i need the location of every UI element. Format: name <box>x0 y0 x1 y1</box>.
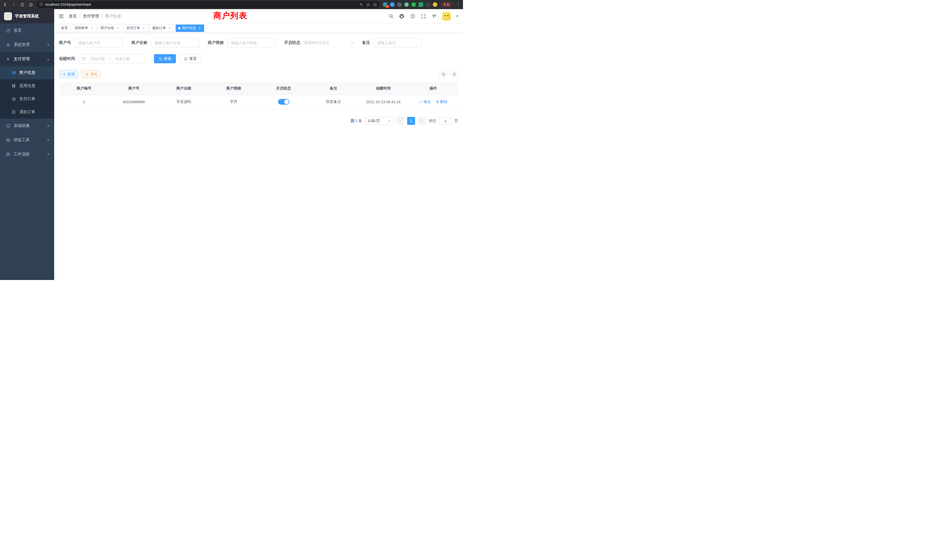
toggle-search-icon[interactable] <box>439 70 447 78</box>
url-text[interactable]: localhost:1024/pay/merchant <box>45 3 357 6</box>
sidebar-item-label: 基础设施 <box>14 123 30 128</box>
browser-update-button[interactable]: 更新 <box>440 2 453 8</box>
sidebar-item-dev-tools[interactable]: 研发工具 ▼ <box>0 133 54 147</box>
fullscreen-icon[interactable] <box>421 14 426 19</box>
page-size-select[interactable]: 10条/页 ▼ <box>365 117 393 125</box>
status-select[interactable]: 请选择开启状态 ▼ <box>304 40 354 45</box>
breadcrumb-payment[interactable]: 支付管理 <box>83 14 99 19</box>
sidebar-item-infrastructure[interactable]: 基础设施 ▼ <box>0 119 54 133</box>
extension-icon-8[interactable] <box>433 2 437 7</box>
address-bar[interactable]: localhost:1024/pay/merchant <box>36 1 380 8</box>
refresh-icon[interactable] <box>450 70 458 78</box>
breadcrumb-separator: / <box>79 14 80 18</box>
prev-page-button[interactable]: ‹ <box>396 117 404 125</box>
full-name-input[interactable] <box>151 38 199 47</box>
header-create-time: 创建时间 <box>359 82 408 95</box>
hamburger-icon[interactable] <box>59 14 64 19</box>
merchant-table: 商户编号 商户号 商户全称 商户简称 开启状态 备注 创建时间 操作 1 M23… <box>59 82 458 109</box>
filter-short-name: 商户简称 <box>208 38 276 47</box>
sidebar-item-label: 支付管理 <box>14 56 30 62</box>
table-row: 1 M233666999 芋道源码 芋艿 我是备注 2021-10-23 08:… <box>59 95 458 109</box>
tag-label: 流程表单 <box>74 26 88 30</box>
header-status: 开启状态 <box>259 82 309 95</box>
extension-icon-3[interactable] <box>397 2 402 7</box>
delete-button[interactable]: 删除 <box>436 99 447 104</box>
sidebar-logo[interactable]: 芋道管理系统 <box>0 9 54 23</box>
edit-button[interactable]: 修改 <box>419 99 431 104</box>
status-toggle[interactable] <box>278 99 289 104</box>
help-icon[interactable]: ? <box>410 14 415 19</box>
extension-icon-1[interactable]: 10 <box>383 2 387 7</box>
tag-merchant-info[interactable]: 商户信息 × <box>176 24 204 32</box>
tag-refund-orders[interactable]: 退款订单 × <box>150 24 174 32</box>
search-icon[interactable] <box>388 14 394 19</box>
breadcrumb-separator: / <box>101 14 103 18</box>
header-merchant-no: 商户号 <box>109 82 159 95</box>
chevron-down-icon: ▼ <box>47 139 50 142</box>
start-date-input[interactable] <box>87 57 108 61</box>
sidebar-item-label: 应用信息 <box>20 83 35 88</box>
page-number-1[interactable]: 1 <box>407 117 415 125</box>
user-avatar[interactable] <box>442 12 451 21</box>
merchant-no-input[interactable] <box>74 38 123 47</box>
export-button[interactable]: 导出 <box>82 70 101 78</box>
active-dot-icon <box>178 27 180 29</box>
tag-user-group[interactable]: 用户分组 × <box>98 24 122 32</box>
forward-icon[interactable] <box>11 2 17 8</box>
breadcrumb-current: 商户信息 <box>105 14 121 19</box>
extension-icon-2[interactable] <box>390 2 395 7</box>
pagination: 共 1 条 10条/页 ▼ ‹ 1 › 前往 页 <box>59 117 458 125</box>
close-icon[interactable]: × <box>116 26 120 30</box>
password-key-icon[interactable] <box>359 3 363 6</box>
font-size-icon[interactable]: TT <box>431 14 437 19</box>
close-icon[interactable]: × <box>90 26 94 30</box>
breadcrumb: 首页 / 支付管理 / 商户信息 <box>69 14 121 19</box>
sidebar-item-system[interactable]: 系统管理 ▼ <box>0 38 54 52</box>
sidebar-item-workflow[interactable]: 工作流程 ▼ <box>0 147 54 161</box>
close-icon[interactable]: × <box>168 26 172 30</box>
caret-down-icon[interactable]: ▼ <box>456 15 459 18</box>
remark-input[interactable] <box>374 38 422 47</box>
close-icon[interactable]: × <box>142 26 146 30</box>
target-icon <box>11 97 16 101</box>
extension-badge: 10 <box>386 5 389 8</box>
close-icon[interactable]: × <box>198 26 201 30</box>
dashboard-icon <box>6 28 10 33</box>
date-range-picker[interactable]: - <box>79 54 145 63</box>
sidebar-item-merchant-info[interactable]: 商户信息 <box>0 66 54 79</box>
end-date-input[interactable] <box>112 57 133 61</box>
extension-icon-6[interactable] <box>419 2 423 7</box>
short-name-input[interactable] <box>227 38 276 47</box>
calendar-icon <box>82 57 86 61</box>
browser-menu-icon[interactable]: ⋮ <box>455 2 461 7</box>
next-page-button[interactable]: › <box>418 117 426 125</box>
site-info-icon[interactable] <box>39 2 43 7</box>
chevron-down-icon: ▼ <box>47 43 50 47</box>
sidebar-item-home[interactable]: 首页 <box>0 23 54 38</box>
share-icon[interactable] <box>366 3 370 6</box>
sidebar-item-app-info[interactable]: 应用信息 <box>0 79 54 92</box>
tag-payment-orders[interactable]: 支付订单 × <box>124 24 148 32</box>
sidebar-item-payment[interactable]: ¥ 支付管理 ▲ <box>0 52 54 66</box>
goto-page-input[interactable] <box>439 117 452 125</box>
extension-icon-4[interactable] <box>404 2 409 7</box>
cell-create-time: 2021-10-23 08:31:14 <box>359 95 408 109</box>
reload-icon[interactable] <box>20 2 25 8</box>
add-button[interactable]: 新增 <box>59 70 78 78</box>
filter-label: 商户全称 <box>132 40 147 45</box>
extension-icon-5[interactable] <box>412 2 416 7</box>
tag-home[interactable]: 首页 <box>59 24 70 32</box>
reset-button[interactable]: 重置 <box>179 54 201 63</box>
home-icon[interactable] <box>28 2 34 8</box>
sidebar-item-refund-orders[interactable]: 退款订单 <box>0 106 54 119</box>
search-button[interactable]: 搜索 <box>154 54 176 63</box>
github-icon[interactable] <box>399 14 404 19</box>
back-icon[interactable] <box>2 2 8 8</box>
extension-icon-7[interactable] <box>426 2 430 7</box>
breadcrumb-home[interactable]: 首页 <box>69 14 77 19</box>
extensions-cluster: 10 <box>383 2 437 7</box>
page-size-value: 10条/页 <box>368 118 380 123</box>
bookmark-star-icon[interactable] <box>373 3 377 7</box>
tag-process-form[interactable]: 流程表单 × <box>72 24 96 32</box>
sidebar-item-payment-orders[interactable]: 支付订单 <box>0 92 54 106</box>
